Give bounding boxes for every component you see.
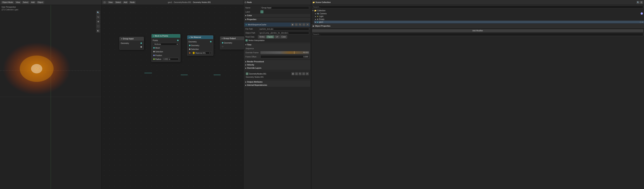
svg-point-27 (52, 57, 53, 58)
node-mtp-radius-value[interactable]: 0.002 m (162, 58, 179, 61)
geonode-btn-real[interactable]: ⬡ (302, 72, 305, 75)
node-editor-mode-btn[interactable]: ⬡ (103, 1, 106, 4)
node-go-collapse-arrow[interactable]: ▾ (222, 37, 223, 39)
frame-offset-input[interactable] (260, 55, 309, 58)
node-sm-material-row[interactable]: Material.001 ✕ (187, 51, 213, 55)
node-group-input[interactable]: ▾ Group Input Geometry (120, 37, 144, 50)
breadcrumb-geonodes[interactable]: GeometryNodes.001 (174, 1, 191, 3)
file-path-value[interactable]: /particle_test.abc (258, 27, 309, 31)
svg-point-36 (31, 59, 31, 59)
svg-point-13 (41, 66, 41, 67)
socket-go-extra-in[interactable] (222, 46, 224, 47)
svg-point-24 (15, 67, 15, 67)
outliner-geo1[interactable]: ▸ ◈ geo1 ⬡ ≡ (314, 21, 644, 23)
geonode-btn-render[interactable]: ⬡ (295, 72, 298, 75)
object-path-value[interactable]: /geo13.prep_alembic_for_blender1 (258, 31, 309, 34)
geonode-btn-edit[interactable]: ✎ (298, 72, 302, 75)
node-editor-view-btn[interactable]: View (107, 1, 114, 4)
internal-dependencies-header[interactable]: ▸ Internal Dependencies (244, 84, 310, 87)
viewport-add-btn[interactable]: Add (30, 1, 36, 4)
outliner-light[interactable]: ▸ ☀ Light (314, 15, 644, 18)
props-properties-header[interactable]: ▸ Properties (244, 18, 310, 21)
read-data-color-btn[interactable]: Color (280, 35, 287, 38)
zoom-icon[interactable]: 🔍 (96, 10, 100, 15)
geo1-arrow: ▸ (315, 21, 316, 23)
vertex-interpolation-row: ✓ Vertex Interpolation (244, 39, 310, 42)
node-canvas[interactable]: ▾ Group Input Geometry ▾ Mesh (102, 5, 243, 189)
socket-position-in[interactable] (153, 55, 155, 56)
mod-btn-real[interactable]: ⬡ (302, 23, 305, 26)
socket-sm-geom-out[interactable] (210, 41, 212, 42)
outliner-filter-btn[interactable]: 🔍 (636, 1, 640, 4)
node-sm-material-close[interactable]: ✕ (209, 52, 210, 54)
viewport-canvas[interactable]: User Perspective (27) Collection | geo (0, 5, 101, 189)
add-modifier-btn[interactable]: Add Modifier (312, 29, 643, 32)
rotate-icon[interactable]: ↻ (96, 15, 100, 19)
node-mtp-mode-row[interactable]: Vertices ▾ (152, 42, 180, 46)
outliner-sort-btn[interactable]: ☰ (640, 1, 643, 4)
viewport-view-btn[interactable]: View (15, 1, 21, 4)
node-sm-material-value[interactable]: Material.001 ✕ (192, 51, 212, 54)
node-editor-node-btn[interactable]: Node (129, 1, 136, 4)
breadcrumb-geonodes2[interactable]: Geometry Nodes.001 (193, 1, 211, 3)
props-name-row: Name (244, 6, 310, 10)
read-data-faces-btn[interactable]: Faces (266, 35, 274, 38)
geonode-btn-cam[interactable]: ◉ (292, 72, 294, 75)
outliner-camera[interactable]: ▸ 📷 Camera (314, 12, 644, 15)
node-mtp-mode-dropdown[interactable]: Vertices ▾ (153, 43, 179, 46)
socket-go-geom-in[interactable] (222, 42, 224, 43)
outliner-search-input[interactable] (312, 5, 643, 9)
socket-sm-selection-in[interactable] (189, 48, 190, 50)
node-group-output[interactable]: ▾ Group Output Geometry (220, 36, 244, 49)
read-data-uv-btn[interactable]: UV (274, 35, 280, 38)
node-mtp-collapse-arrow[interactable]: ▾ (153, 35, 154, 37)
node-collapse-arrow[interactable]: ▾ (121, 38, 122, 40)
override-frame-bar[interactable]: 92.013 (260, 51, 309, 54)
node-go-geom-row: Geometry (220, 41, 244, 45)
node-sm-collapse-arrow[interactable]: ▾ (189, 36, 190, 38)
svg-point-25 (58, 70, 58, 71)
mod-btn-render[interactable]: ⬡ (295, 23, 298, 26)
velocity-header[interactable]: ▸ Velocity (244, 63, 310, 66)
scene-collection-item[interactable]: ▾ 📁 Collection (312, 9, 644, 12)
time-section-header[interactable]: ▾ Time (244, 43, 310, 46)
node-editor-add-btn[interactable]: Add (122, 1, 128, 4)
props-color-header[interactable]: ▸ Color (244, 14, 310, 17)
socket-sm-geom-in[interactable] (189, 45, 190, 46)
light-arrow: ▸ (315, 15, 316, 17)
output-attributes-header[interactable]: ▸ Output Attributes (244, 80, 310, 84)
socket-geometry-out[interactable] (140, 42, 142, 44)
geonode-btn-close[interactable]: ✕ (306, 72, 309, 75)
modifier-icon: ⚙ (246, 24, 247, 26)
socket-radius-in[interactable] (153, 58, 155, 60)
svg-point-37 (43, 79, 44, 79)
node-mtp-mesh-label: Mesh (155, 47, 160, 49)
node-editor-select-btn[interactable]: Select (114, 1, 122, 4)
override-layers-header[interactable]: ▸ Override Layers (244, 66, 310, 70)
breadcrumb-geo1[interactable]: geo1 (168, 1, 172, 3)
socket-selection-in[interactable] (153, 51, 155, 52)
vertex-interpolation-checkbox[interactable]: ✓ (246, 39, 248, 41)
socket-sm-material-in[interactable] (189, 52, 190, 54)
camera-perspective-icon[interactable]: ⬚ (96, 24, 100, 28)
viewport-shade-icon[interactable]: ◐ (96, 28, 100, 33)
props-name-label: Name (246, 7, 260, 9)
pan-icon[interactable]: ✥ (96, 19, 100, 24)
node-set-material[interactable]: ▾ Set Material Geometry Geometry (187, 35, 214, 56)
modifier-search-input[interactable] (312, 33, 643, 36)
mod-btn-cam[interactable]: ◉ (291, 23, 294, 26)
render-procedural-header[interactable]: ▸ Render Procedural (244, 60, 310, 63)
read-data-vertex-btn[interactable]: Vertex (258, 35, 266, 38)
props-name-input[interactable] (260, 6, 309, 9)
label-color-swatch[interactable] (260, 10, 264, 13)
viewport-select-btn[interactable]: Select (22, 1, 29, 4)
viewport-object-btn[interactable]: Object (36, 1, 44, 4)
node-mesh-to-points[interactable]: ▾ Mesh to Points Points Vertices ▾ (151, 34, 180, 62)
outliner-empty[interactable]: ▸ ⊕ Empty (314, 18, 644, 21)
socket-extra-out[interactable] (140, 46, 142, 48)
viewport-mode-btn[interactable]: Object Mode (1, 1, 14, 4)
socket-mesh-in[interactable] (153, 47, 155, 49)
mod-btn-close[interactable]: ✕ (306, 23, 309, 26)
socket-points-out[interactable] (177, 40, 179, 41)
mod-btn-edit[interactable]: ✎ (298, 23, 302, 26)
